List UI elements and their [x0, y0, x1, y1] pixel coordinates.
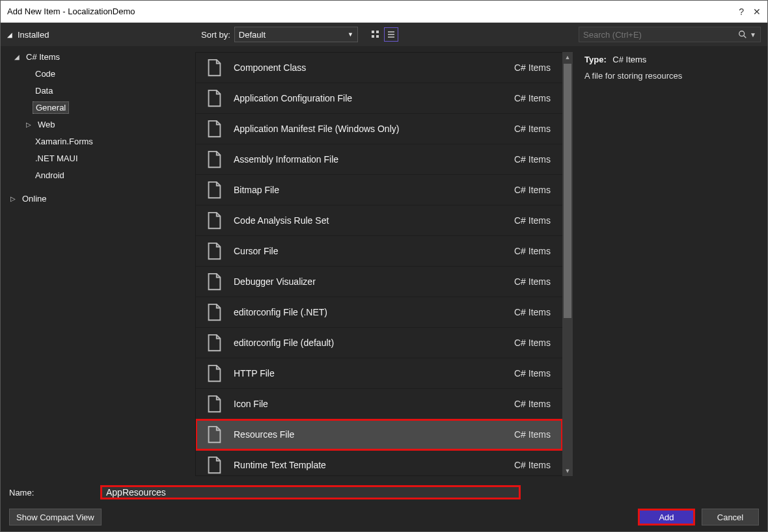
item-name: Bitmap File	[234, 185, 505, 195]
scroll-up-button[interactable]: ▲	[562, 52, 573, 62]
chevron-down-icon[interactable]: ▼	[750, 31, 756, 38]
item-name: editorconfig File (.NET)	[234, 307, 505, 317]
tree-label: Code	[33, 68, 58, 79]
item-name: Cursor File	[234, 246, 505, 256]
tree-label: .NET MAUI	[33, 153, 81, 164]
item-category: C# Items	[514, 154, 555, 165]
item-name: Runtime Text Template	[234, 460, 505, 470]
tree-label: General	[33, 101, 69, 114]
template-item[interactable]: Bitmap FileC# Items	[196, 175, 562, 206]
file-icon	[204, 302, 225, 323]
svg-line-8	[744, 36, 747, 38]
item-name: Resources File	[234, 429, 505, 440]
installed-label[interactable]: Installed	[18, 30, 49, 40]
search-icon[interactable]	[738, 30, 747, 39]
item-name: editorconfig File (default)	[234, 338, 505, 348]
item-category: C# Items	[514, 399, 555, 409]
tree-label: Data	[33, 85, 55, 96]
tree-node-online[interactable]: ▷ Online	[9, 190, 186, 207]
file-icon	[204, 271, 225, 292]
type-label: Type:	[584, 55, 607, 64]
details-panel: Type: C# Items A file for storing resour…	[573, 46, 768, 480]
titlebar: Add New Item - LocalizationDemo ? ✕	[1, 1, 767, 23]
compact-view-button[interactable]: Show Compact View	[9, 509, 102, 525]
file-icon	[204, 210, 225, 231]
add-button[interactable]: Add	[638, 509, 695, 525]
template-item[interactable]: Icon FileC# Items	[196, 389, 562, 419]
tree-node[interactable]: Xamarin.Forms	[9, 133, 186, 150]
view-grid-button[interactable]	[368, 27, 383, 42]
item-category: C# Items	[514, 62, 555, 73]
file-icon	[204, 455, 225, 475]
item-category: C# Items	[514, 215, 555, 226]
template-item[interactable]: Resources FileC# Items	[196, 419, 562, 450]
view-list-button[interactable]	[384, 27, 398, 42]
search-input[interactable]	[583, 30, 738, 40]
file-icon	[204, 118, 225, 139]
svg-rect-3	[376, 35, 379, 38]
tree-label: Android	[33, 170, 67, 181]
template-item[interactable]: Code Analysis Rule SetC# Items	[196, 206, 562, 236]
template-item[interactable]: Application Configuration FileC# Items	[196, 83, 562, 114]
bottom-panel: Name: Show Compact View Add Cancel	[0, 480, 768, 532]
tree-node[interactable]: Android	[9, 166, 186, 183]
item-name: Icon File	[234, 399, 505, 409]
file-icon	[204, 57, 225, 78]
template-list: Component ClassC# ItemsApplication Confi…	[195, 52, 562, 476]
item-name: Application Manifest File (Windows Only)	[234, 124, 505, 134]
item-name: Debugger Visualizer	[234, 276, 505, 287]
template-item[interactable]: Runtime Text TemplateC# Items	[196, 450, 562, 476]
item-name: Code Analysis Rule Set	[234, 215, 505, 226]
search-box[interactable]: ▼	[579, 27, 761, 42]
tree-node-csharp-items[interactable]: ◢ C# Items	[9, 48, 186, 65]
svg-rect-2	[372, 35, 374, 38]
item-category: C# Items	[514, 307, 555, 317]
scroll-down-button[interactable]: ▼	[562, 466, 573, 476]
sortby-label: Sort by:	[201, 30, 230, 40]
tree-node[interactable]: Data	[9, 82, 186, 99]
file-icon	[204, 241, 225, 261]
template-item[interactable]: Cursor FileC# Items	[196, 236, 562, 267]
close-button[interactable]: ✕	[753, 7, 761, 17]
template-item[interactable]: editorconfig File (default)C# Items	[196, 328, 562, 358]
sort-select[interactable]: Default ▼	[234, 27, 358, 42]
item-category: C# Items	[514, 124, 555, 134]
svg-rect-0	[372, 31, 374, 33]
svg-rect-1	[376, 31, 379, 33]
category-tree: ◢ C# Items CodeDataGeneral▷WebXamarin.Fo…	[0, 46, 195, 480]
name-input[interactable]	[100, 485, 521, 499]
template-item[interactable]: Debugger VisualizerC# Items	[196, 267, 562, 297]
item-category: C# Items	[514, 93, 555, 103]
help-button[interactable]: ?	[739, 7, 744, 17]
file-icon	[204, 393, 225, 414]
type-value: C# Items	[612, 55, 646, 64]
item-name: HTTP File	[234, 368, 505, 379]
svg-point-7	[739, 31, 745, 36]
chevron-down-icon: ▼	[348, 31, 353, 38]
template-item[interactable]: Application Manifest File (Windows Only)…	[196, 114, 562, 144]
name-label: Name:	[9, 488, 87, 498]
file-icon	[204, 332, 225, 353]
template-item[interactable]: Assembly Information FileC# Items	[196, 144, 562, 175]
template-item[interactable]: editorconfig File (.NET)C# Items	[196, 297, 562, 328]
tree-label: Web	[35, 119, 58, 130]
item-category: C# Items	[514, 246, 555, 256]
tree-node[interactable]: ▷Web	[9, 116, 186, 133]
template-item[interactable]: Component ClassC# Items	[196, 53, 562, 83]
tree-node[interactable]: Code	[9, 65, 186, 82]
item-name: Assembly Information File	[234, 154, 505, 165]
window-title: Add New Item - LocalizationDemo	[7, 7, 135, 16]
scroll-thumb[interactable]	[564, 64, 571, 318]
chevron-right-icon: ▷	[9, 195, 17, 202]
item-name: Component Class	[234, 62, 505, 73]
cancel-button[interactable]: Cancel	[702, 509, 759, 525]
item-category: C# Items	[514, 185, 555, 195]
file-icon	[204, 88, 225, 109]
item-category: C# Items	[514, 338, 555, 348]
scrollbar[interactable]: ▲ ▼	[562, 52, 573, 476]
template-item[interactable]: HTTP FileC# Items	[196, 358, 562, 389]
chevron-down-icon[interactable]: ◢	[7, 31, 15, 38]
tree-node[interactable]: General	[9, 99, 186, 116]
sort-value: Default	[239, 30, 266, 40]
tree-node[interactable]: .NET MAUI	[9, 150, 186, 166]
